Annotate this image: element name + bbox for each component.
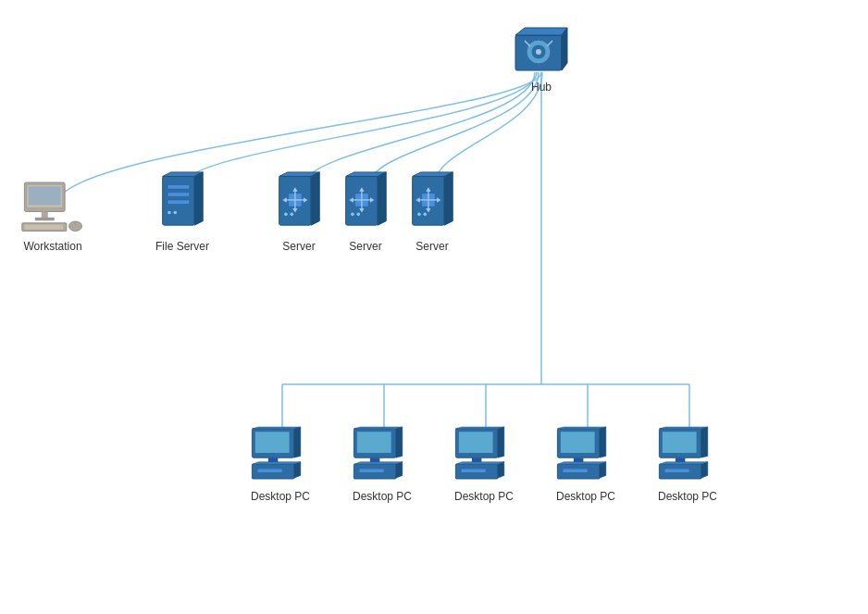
svg-rect-22 xyxy=(167,185,190,190)
svg-marker-21 xyxy=(194,172,203,225)
svg-marker-70 xyxy=(294,462,301,479)
svg-rect-80 xyxy=(360,470,384,473)
desktop-pc4-label: Desktop PC xyxy=(556,490,615,503)
desktop-pc5-node: Desktop PC xyxy=(655,426,720,503)
server1-node: Server xyxy=(276,171,322,253)
svg-marker-53 xyxy=(444,172,453,225)
svg-marker-79 xyxy=(396,462,403,479)
svg-rect-71 xyxy=(258,470,282,473)
svg-marker-65 xyxy=(294,427,301,457)
svg-marker-69 xyxy=(252,462,301,465)
svg-rect-14 xyxy=(35,218,55,221)
svg-marker-100 xyxy=(659,427,708,429)
svg-marker-82 xyxy=(455,427,504,429)
svg-point-38 xyxy=(290,213,293,217)
svg-marker-87 xyxy=(455,462,504,465)
svg-marker-73 xyxy=(353,427,403,429)
desktop-pc5-label: Desktop PC xyxy=(658,490,717,503)
svg-marker-106 xyxy=(701,462,708,479)
desktop-pc3-node: Desktop PC xyxy=(452,426,516,503)
desktop-pc4-node: Desktop PC xyxy=(553,426,618,503)
svg-rect-23 xyxy=(167,193,190,197)
svg-marker-91 xyxy=(557,427,606,429)
svg-marker-74 xyxy=(396,427,403,457)
svg-point-26 xyxy=(173,211,177,215)
desktop-pc3-label: Desktop PC xyxy=(454,490,514,503)
svg-rect-98 xyxy=(564,470,588,473)
svg-marker-83 xyxy=(498,427,504,457)
hub-label: Hub xyxy=(531,81,552,94)
svg-marker-41 xyxy=(378,172,386,225)
svg-marker-78 xyxy=(353,462,403,465)
server3-node: Server xyxy=(409,171,455,253)
desktop-pc1-node: Desktop PC xyxy=(248,426,313,503)
desktop-pc2-node: Desktop PC xyxy=(350,426,415,503)
svg-rect-84 xyxy=(459,432,493,453)
desktop-pc1-label: Desktop PC xyxy=(251,490,310,503)
svg-marker-88 xyxy=(498,462,504,479)
network-diagram: Hub Workstation xyxy=(0,0,868,614)
svg-marker-97 xyxy=(600,462,606,479)
server1-label: Server xyxy=(282,240,315,253)
svg-point-61 xyxy=(417,213,421,217)
workstation-node: Workstation xyxy=(20,181,85,253)
svg-rect-107 xyxy=(665,470,689,473)
svg-rect-89 xyxy=(462,470,486,473)
hub-node: Hub xyxy=(514,26,569,94)
svg-point-37 xyxy=(284,213,288,217)
server2-node: Server xyxy=(342,171,389,253)
file-server-label: File Server xyxy=(155,240,209,253)
svg-rect-75 xyxy=(357,432,391,453)
svg-marker-96 xyxy=(557,462,606,465)
svg-marker-92 xyxy=(600,427,606,457)
svg-marker-29 xyxy=(311,172,319,225)
svg-marker-4 xyxy=(562,28,567,70)
desktop-pc2-label: Desktop PC xyxy=(353,490,412,503)
svg-point-50 xyxy=(356,213,360,217)
file-server-node: File Server xyxy=(155,171,209,253)
workstation-label: Workstation xyxy=(23,240,81,253)
svg-point-25 xyxy=(167,211,171,215)
svg-rect-24 xyxy=(167,200,190,205)
svg-rect-66 xyxy=(255,432,290,453)
svg-rect-93 xyxy=(561,432,595,453)
svg-point-7 xyxy=(536,49,541,55)
server2-label: Server xyxy=(349,240,381,253)
svg-marker-101 xyxy=(701,427,708,457)
svg-rect-16 xyxy=(24,225,63,230)
svg-point-62 xyxy=(423,213,427,217)
server3-label: Server xyxy=(415,240,448,253)
svg-marker-3 xyxy=(515,28,567,35)
svg-point-49 xyxy=(351,213,354,217)
svg-marker-64 xyxy=(252,427,301,429)
svg-marker-105 xyxy=(659,462,708,465)
svg-rect-102 xyxy=(663,432,697,453)
svg-rect-12 xyxy=(29,186,61,205)
svg-rect-13 xyxy=(42,212,48,219)
